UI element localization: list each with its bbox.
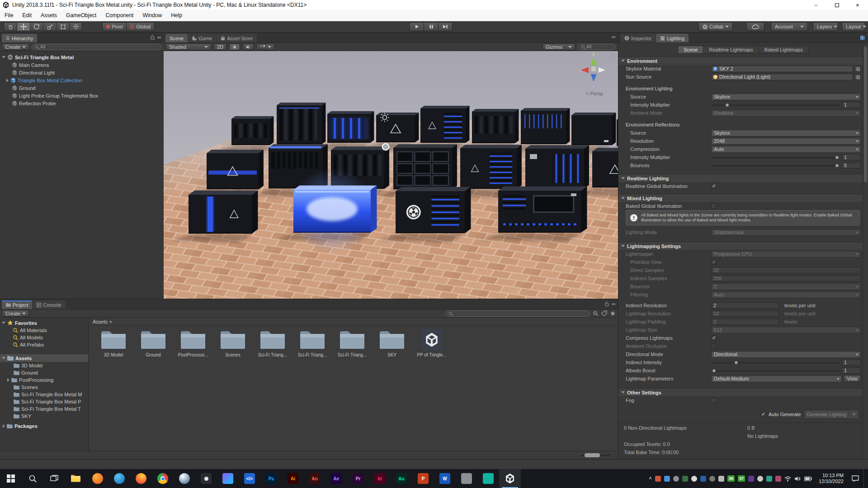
generate-lighting-button[interactable]: Generate Lighting	[804, 410, 859, 419]
global-toggle[interactable]: Global	[126, 22, 155, 31]
show-desktop-button[interactable]	[863, 469, 866, 488]
section-realtime-lighting[interactable]: Realtime Lighting	[618, 174, 863, 182]
tray-icon[interactable]	[664, 476, 670, 482]
menu-edit[interactable]: Edit	[18, 10, 36, 21]
ambient-mode-dropdown[interactable]: Realtime	[711, 110, 861, 117]
object-picker-icon[interactable]	[855, 74, 861, 80]
app-teal-icon[interactable]	[477, 469, 499, 488]
indesign-icon[interactable]: Id	[369, 469, 391, 488]
battery-icon[interactable]	[804, 476, 812, 481]
lightmapper-dropdown[interactable]: Progressive CPU	[711, 251, 861, 258]
lock-icon[interactable]	[605, 301, 609, 306]
er-source-dropdown[interactable]: Skybox	[711, 130, 861, 136]
subtab-scene[interactable]: Scene	[678, 46, 703, 54]
albedo-boost-value[interactable]: 1	[842, 367, 861, 374]
scene-search-input[interactable]: All	[578, 44, 616, 50]
premiere-icon[interactable]: Pr	[347, 469, 369, 488]
tray-icon[interactable]	[700, 476, 706, 482]
hierarchy-item-light-probe-group[interactable]: Light Probe Group Tringlemetal Box	[0, 92, 164, 99]
app-gray-icon[interactable]	[456, 469, 477, 488]
cloud-button[interactable]	[746, 22, 764, 31]
scene-audio-toggle[interactable]	[243, 43, 254, 50]
firefox-icon[interactable]	[130, 469, 152, 488]
menu-window[interactable]: Window	[138, 10, 166, 21]
favorites-root[interactable]: Favorites	[0, 319, 88, 327]
taskbar-clock[interactable]: 10:13 PM 12/10/2022	[815, 473, 847, 484]
close-button[interactable]: ✕	[847, 0, 868, 10]
maximize-button[interactable]	[826, 0, 847, 10]
er-bounces-value[interactable]: 5	[842, 162, 861, 169]
hierarchy-item-triangle-box-collection[interactable]: Triangle Box Metal Collection	[0, 76, 164, 84]
tree-scenes[interactable]: Scenes	[0, 383, 88, 391]
tray-icon[interactable]	[673, 476, 679, 482]
foldout-icon[interactable]	[2, 56, 5, 58]
filtering-dropdown[interactable]: Auto	[711, 291, 861, 298]
tab-inspector[interactable]: Inspector	[620, 34, 656, 42]
app-blue-icon[interactable]: </>	[239, 469, 260, 488]
search-by-label-icon[interactable]	[601, 310, 607, 316]
app-color-icon[interactable]	[217, 469, 239, 488]
tree-assets-root[interactable]: Assets	[0, 354, 88, 362]
indirect-intensity-slider[interactable]	[711, 359, 840, 366]
probe-gizmo-icon[interactable]	[382, 143, 390, 151]
start-button[interactable]	[0, 469, 22, 488]
app-dark-icon[interactable]	[195, 469, 217, 488]
hand-tool-button[interactable]	[4, 22, 17, 31]
icon-size-slider[interactable]	[581, 455, 610, 456]
panel-menu-icon[interactable]: ▾≡	[612, 35, 615, 39]
hierarchy-item-reflection-probe[interactable]: Reflection Probe	[0, 99, 164, 107]
volume-icon[interactable]	[794, 476, 801, 482]
favorite-all-materials[interactable]: All Materials	[0, 326, 88, 334]
object-picker-icon[interactable]	[855, 66, 861, 72]
scale-tool-button[interactable]	[43, 22, 56, 31]
direct-samples-field[interactable]: 32	[711, 267, 861, 273]
section-lightmapping-settings[interactable]: Lightmapping Settings	[618, 242, 863, 250]
tray-icon[interactable]	[766, 476, 772, 482]
rotate-tool-button[interactable]	[30, 22, 43, 31]
panel-menu-icon[interactable]: ▾≡	[157, 35, 161, 40]
after-effects-icon[interactable]: Ae	[326, 469, 347, 488]
panel-menu-icon[interactable]: ▾≡	[612, 302, 615, 306]
hierarchy-item-main-camera[interactable]: Main Camera	[0, 61, 164, 69]
tray-icon[interactable]	[775, 476, 781, 482]
account-dropdown[interactable]: Account	[771, 22, 808, 31]
pivot-toggle[interactable]: Pivot	[102, 22, 126, 31]
word-icon[interactable]: W	[434, 469, 456, 488]
animate-icon[interactable]: An	[304, 469, 326, 488]
folder-item[interactable]: Sci-Fi Triang...	[293, 329, 331, 357]
hierarchy-create-button[interactable]: Create	[2, 43, 29, 50]
powerpoint-icon[interactable]: P	[412, 469, 434, 488]
asset-item[interactable]: PP of Tringle...	[413, 329, 451, 357]
folder-item[interactable]: PostProcessi...	[174, 329, 212, 357]
play-button[interactable]	[409, 22, 424, 31]
tab-project[interactable]: Project	[2, 300, 32, 309]
temp-badge-2[interactable]: 37	[738, 475, 745, 482]
layers-dropdown[interactable]: Layers	[813, 22, 838, 31]
favorite-star-icon[interactable]	[610, 310, 616, 316]
folder-item[interactable]: Scenes	[214, 329, 252, 357]
albedo-boost-slider[interactable]	[711, 367, 840, 374]
subtab-baked-lightmaps[interactable]: Baked Lightmaps	[759, 46, 809, 54]
temp-badge-1[interactable]: 39	[727, 475, 735, 482]
hierarchy-item-ground[interactable]: Ground	[0, 84, 164, 92]
panel-icon[interactable]	[860, 35, 865, 40]
lock-icon[interactable]	[151, 35, 155, 40]
hierarchy-scene-root[interactable]: Sci-Fi Triangle Box Metal	[0, 53, 164, 61]
section-other-settings[interactable]: Other Settings	[618, 388, 863, 396]
action-center-icon[interactable]	[850, 474, 860, 483]
subtab-realtime-lightmaps[interactable]: Realtime Lightmaps	[703, 46, 758, 54]
prioritize-view-checkbox[interactable]	[711, 259, 717, 265]
move-tool-button[interactable]	[17, 22, 30, 31]
folder-item[interactable]: Sci-Fi Triang...	[254, 329, 292, 357]
indirect-samples-field[interactable]: 256	[711, 275, 861, 282]
realtime-gi-checkbox[interactable]	[711, 183, 717, 189]
browser-ball-icon[interactable]	[174, 469, 195, 488]
directional-mode-dropdown[interactable]: Directional	[711, 351, 861, 358]
tray-icon[interactable]	[682, 476, 688, 482]
el-intensity-value[interactable]: 1	[842, 102, 861, 108]
lm-bounces-dropdown[interactable]: 2	[711, 283, 861, 290]
minimize-button[interactable]: ─	[806, 0, 826, 10]
tree-scifi-materials[interactable]: Sci-Fi Triangle Box Metal M	[0, 390, 88, 398]
gizmos-dropdown[interactable]: Gizmos	[542, 43, 575, 50]
menu-help[interactable]: Help	[166, 10, 187, 21]
